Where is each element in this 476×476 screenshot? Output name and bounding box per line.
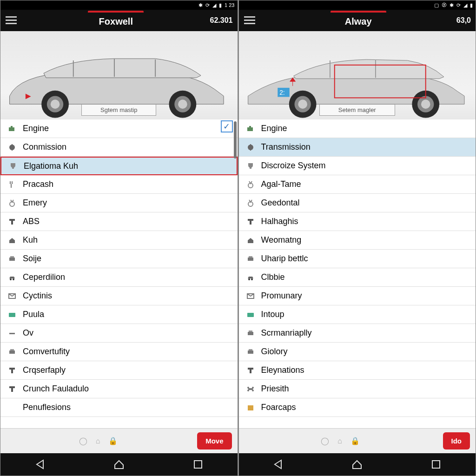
printer-icon xyxy=(245,347,256,357)
page-title: Foxwell xyxy=(86,11,146,31)
list-item[interactable]: Kuh xyxy=(0,231,238,250)
svg-rect-39 xyxy=(250,149,251,151)
svg-point-5 xyxy=(178,99,187,109)
list-item[interactable]: Crqserfaply xyxy=(0,361,238,380)
list-item[interactable]: Weomatng xyxy=(239,231,476,250)
list-item-label: Penuflesions xyxy=(23,403,71,412)
footer-globe-icon[interactable]: ◯ xyxy=(79,436,87,445)
medal-icon xyxy=(245,179,256,190)
list-item[interactable]: Puula xyxy=(0,305,238,324)
list-item-label: ABS xyxy=(23,217,40,226)
tee-icon xyxy=(7,384,17,394)
list-item[interactable]: Uharip bettlc xyxy=(239,250,476,268)
move-button[interactable]: Move xyxy=(197,432,231,450)
header-number: 62.301 xyxy=(210,16,238,25)
list-item-label: Conmission xyxy=(23,142,66,152)
recent-button[interactable] xyxy=(427,455,445,474)
home-button[interactable] xyxy=(110,455,128,474)
list-item[interactable]: Agal-Tame xyxy=(239,175,476,194)
list-item-label: Comvertufity xyxy=(23,347,70,357)
svg-rect-45 xyxy=(248,258,253,261)
recent-button[interactable] xyxy=(189,455,207,474)
svg-rect-28 xyxy=(194,461,202,468)
list-item[interactable]: Emery xyxy=(0,194,238,212)
list-item[interactable]: Foarcaps xyxy=(239,398,476,417)
medal-icon xyxy=(245,198,256,208)
list-item[interactable]: Engine xyxy=(239,119,476,138)
list-item[interactable]: Conmission xyxy=(0,138,238,157)
list-item[interactable]: Giolory xyxy=(239,343,476,361)
tee-icon xyxy=(245,217,256,227)
footer-globe-icon[interactable]: ◯ xyxy=(321,436,329,445)
printer-icon xyxy=(245,254,256,264)
list-item[interactable]: ABS xyxy=(0,212,238,231)
engine-icon xyxy=(7,124,17,134)
status-bar: ▢ ⦿ ✱ ⟳ ◢ ▮ xyxy=(239,0,476,10)
list-item[interactable]: Clbbie xyxy=(239,268,476,287)
menu-button[interactable] xyxy=(0,16,22,25)
svg-point-34 xyxy=(421,99,430,109)
list-item[interactable]: Geedontal xyxy=(239,194,476,212)
svg-point-47 xyxy=(248,278,250,280)
list-item[interactable]: Halhaghis xyxy=(239,212,476,231)
svg-rect-51 xyxy=(248,332,253,335)
diagram-label: Setem magler xyxy=(319,104,395,116)
list-item[interactable]: Discroize System xyxy=(239,157,476,175)
phone-left: ✱ ⟳ ◢ ▮ 1 23 Foxwell 62.301 xyxy=(0,0,238,476)
marker-value: 2: xyxy=(279,89,284,96)
list-item[interactable]: Ov xyxy=(0,324,238,343)
list-item-label: Priesith xyxy=(261,384,289,394)
header-number: 63,0 xyxy=(456,16,476,25)
action-button[interactable]: Ido xyxy=(443,432,470,450)
footer-lock-icon[interactable]: 🔒 xyxy=(350,436,360,445)
car-icon xyxy=(245,272,256,283)
sync-icon: ⟳ xyxy=(456,2,461,8)
svg-rect-50 xyxy=(247,313,254,317)
scrollbar[interactable] xyxy=(234,121,237,159)
svg-rect-9 xyxy=(12,144,13,146)
list-item[interactable]: Soije xyxy=(0,250,238,268)
list-item-label: Puula xyxy=(23,310,44,319)
footer-bar: ◯ ⌂ 🔒 Ido xyxy=(239,428,476,453)
svg-point-2 xyxy=(51,99,60,109)
house-icon xyxy=(245,235,256,245)
list-item[interactable]: Elgatioma Kuh xyxy=(0,157,238,175)
svg-rect-52 xyxy=(249,331,252,332)
list-item[interactable]: Ceperdilion xyxy=(0,268,238,287)
list-item[interactable]: Penuflesions xyxy=(0,398,238,417)
back-button[interactable] xyxy=(31,455,49,474)
list-item[interactable]: Transmission xyxy=(239,138,476,157)
signal-icon: ◢ xyxy=(212,2,216,8)
list-item[interactable]: Engine xyxy=(0,119,238,138)
home-button[interactable] xyxy=(348,455,366,474)
svg-point-31 xyxy=(298,99,307,109)
svg-rect-14 xyxy=(11,219,13,225)
bone-icon xyxy=(245,384,256,394)
svg-rect-16 xyxy=(10,256,14,258)
list-item[interactable]: Eleynations xyxy=(239,361,476,380)
back-button[interactable] xyxy=(269,455,287,474)
list-item-label: Soije xyxy=(23,254,41,264)
list-item[interactable]: Crunch Fauladulo xyxy=(0,380,238,398)
svg-rect-15 xyxy=(9,258,15,261)
app-bar: Foxwell 62.301 xyxy=(0,10,238,31)
footer-lock-icon[interactable]: 🔒 xyxy=(108,436,118,445)
svg-rect-53 xyxy=(248,350,253,354)
active-tab-indicator xyxy=(88,11,144,13)
list-item[interactable]: Cyctinis xyxy=(0,287,238,305)
battery-icon: ▮ xyxy=(470,2,473,8)
list-item[interactable]: Comvertufity xyxy=(0,343,238,361)
svg-rect-21 xyxy=(9,333,15,334)
tee-icon xyxy=(7,217,17,227)
select-all-checkbox[interactable]: ✓ xyxy=(221,120,233,132)
list-item[interactable]: Promunary xyxy=(239,287,476,305)
menu-button[interactable] xyxy=(239,16,260,25)
footer-toolbox-icon[interactable]: ⌂ xyxy=(337,437,342,445)
footer-toolbox-icon[interactable]: ⌂ xyxy=(96,437,100,445)
list-item[interactable]: Intoup xyxy=(239,305,476,324)
status-time: 1 23 xyxy=(225,2,234,8)
list-item[interactable]: Pracash xyxy=(0,175,238,194)
list-item[interactable]: Priesith xyxy=(239,380,476,398)
svg-rect-40 xyxy=(250,167,251,169)
list-item[interactable]: Scrmanriaplly xyxy=(239,324,476,343)
